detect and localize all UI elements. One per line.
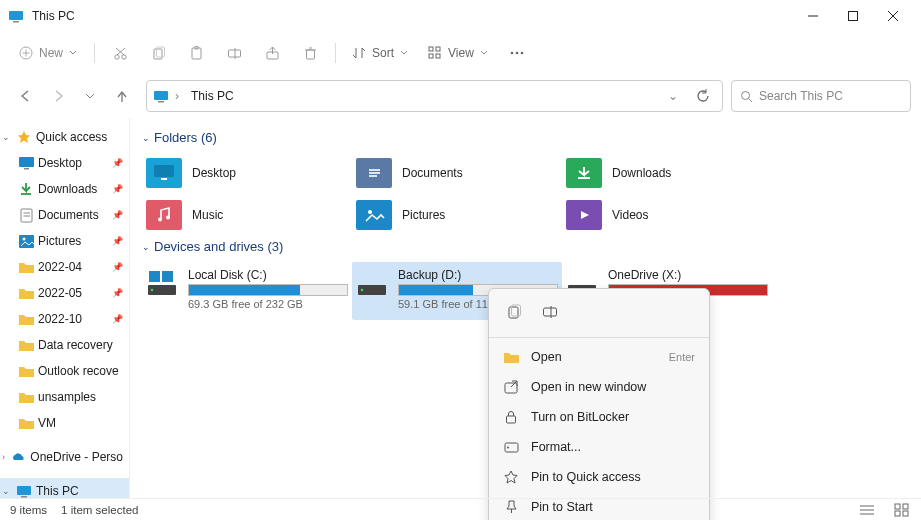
folder-label: Documents — [402, 166, 463, 180]
svg-rect-87 — [895, 511, 900, 516]
desktop-icon — [18, 155, 34, 171]
svg-rect-88 — [903, 511, 908, 516]
rename-button[interactable] — [217, 37, 251, 69]
context-menu: Open Enter Open in new window Turn on Bi… — [488, 288, 710, 520]
delete-button[interactable] — [293, 37, 327, 69]
svg-line-12 — [117, 48, 125, 55]
music-icon — [146, 200, 182, 230]
breadcrumb[interactable]: This PC — [191, 89, 662, 103]
rename-button[interactable] — [537, 299, 563, 325]
close-button[interactable] — [873, 2, 913, 30]
chevron-down-icon[interactable]: ⌄ — [2, 486, 12, 496]
svg-marker-35 — [18, 131, 30, 143]
ctx-format[interactable]: Format... — [489, 432, 709, 462]
sidebar-label: Outlook recove — [38, 364, 119, 378]
ctx-open[interactable]: Open Enter — [489, 342, 709, 372]
ctx-open-new-window[interactable]: Open in new window — [489, 372, 709, 402]
recent-button[interactable] — [74, 80, 106, 112]
search-box[interactable]: Search This PC — [731, 80, 911, 112]
sidebar-this-pc[interactable]: ⌄ This PC — [0, 478, 129, 498]
sidebar: ⌄ Quick access Desktop📌 Downloads📌 Docum… — [0, 118, 130, 498]
ctx-label: Turn on BitLocker — [531, 410, 695, 424]
folder-label: Music — [192, 208, 223, 222]
folder-icon — [18, 311, 34, 327]
sidebar-unsamples[interactable]: unsamples — [0, 384, 129, 410]
copy-button[interactable] — [501, 299, 527, 325]
svg-rect-31 — [154, 91, 168, 100]
sidebar-vm[interactable]: VM — [0, 410, 129, 436]
sidebar-pictures[interactable]: Pictures📌 — [0, 228, 129, 254]
chevron-down-icon — [480, 49, 488, 57]
svg-point-60 — [151, 289, 154, 292]
status-selected-count: 1 item selected — [61, 504, 138, 516]
sort-button[interactable]: Sort — [344, 37, 416, 69]
svg-rect-25 — [429, 54, 433, 58]
up-button[interactable] — [106, 80, 138, 112]
downloads-icon — [566, 158, 602, 188]
address-bar[interactable]: › This PC ⌄ — [146, 80, 723, 112]
svg-rect-74 — [505, 443, 518, 452]
sidebar-data-recovery[interactable]: Data recovery — [0, 332, 129, 358]
folders-section-header[interactable]: ⌄ Folders (6) — [142, 130, 909, 145]
folder-desktop[interactable]: Desktop — [142, 153, 352, 193]
share-button[interactable] — [255, 37, 289, 69]
videos-icon — [566, 200, 602, 230]
svg-rect-36 — [19, 157, 34, 167]
sort-label: Sort — [372, 46, 394, 60]
thumbnails-view-button[interactable] — [891, 501, 911, 519]
sidebar-2022-10[interactable]: 2022-10📌 — [0, 306, 129, 332]
svg-rect-1 — [13, 21, 19, 23]
more-button[interactable] — [500, 37, 534, 69]
svg-line-11 — [116, 48, 124, 55]
cut-button[interactable] — [103, 37, 137, 69]
search-icon — [740, 90, 753, 103]
sidebar-documents[interactable]: Documents📌 — [0, 202, 129, 228]
chevron-down-icon[interactable]: ⌄ — [2, 132, 12, 142]
folder-icon — [18, 415, 34, 431]
pictures-icon — [18, 233, 34, 249]
folder-music[interactable]: Music — [142, 195, 352, 235]
search-placeholder: Search This PC — [759, 89, 843, 103]
back-button[interactable] — [10, 80, 42, 112]
sidebar-quick-access[interactable]: ⌄ Quick access — [0, 124, 129, 150]
pin-icon: 📌 — [112, 184, 123, 194]
svg-point-9 — [114, 54, 118, 58]
open-new-window-icon — [503, 380, 519, 394]
sidebar-label: 2022-04 — [38, 260, 82, 274]
folder-downloads[interactable]: Downloads — [562, 153, 772, 193]
folder-videos[interactable]: Videos — [562, 195, 772, 235]
new-button[interactable]: New — [10, 38, 86, 68]
paste-button[interactable] — [179, 37, 213, 69]
svg-point-28 — [516, 52, 519, 55]
maximize-button[interactable] — [833, 2, 873, 30]
minimize-button[interactable] — [793, 2, 833, 30]
pictures-icon — [356, 200, 392, 230]
ctx-bitlocker[interactable]: Turn on BitLocker — [489, 402, 709, 432]
sidebar-2022-04[interactable]: 2022-04📌 — [0, 254, 129, 280]
chevron-right-icon[interactable]: › — [2, 452, 6, 462]
ctx-pin-quick-access[interactable]: Pin to Quick access — [489, 462, 709, 492]
sidebar-desktop[interactable]: Desktop📌 — [0, 150, 129, 176]
view-button[interactable]: View — [420, 37, 496, 69]
svg-rect-46 — [154, 165, 174, 177]
pin-icon: 📌 — [112, 158, 123, 168]
sidebar-outlook-recovery[interactable]: Outlook recove — [0, 358, 129, 384]
sidebar-onedrive[interactable]: › OneDrive - Perso — [0, 444, 129, 470]
drives-section-header[interactable]: ⌄ Devices and drives (3) — [142, 239, 909, 254]
forward-button[interactable] — [42, 80, 74, 112]
chevron-down-icon[interactable]: ⌄ — [668, 89, 678, 103]
lock-icon — [503, 410, 519, 424]
cloud-icon — [10, 449, 26, 465]
refresh-button[interactable] — [690, 89, 716, 103]
folder-pictures[interactable]: Pictures — [352, 195, 562, 235]
drive-c[interactable]: Local Disk (C:) 69.3 GB free of 232 GB — [142, 262, 352, 320]
sidebar-downloads[interactable]: Downloads📌 — [0, 176, 129, 202]
copy-button[interactable] — [141, 37, 175, 69]
sidebar-2022-05[interactable]: 2022-05📌 — [0, 280, 129, 306]
details-view-button[interactable] — [857, 501, 877, 519]
svg-rect-44 — [17, 486, 31, 495]
folder-documents[interactable]: Documents — [352, 153, 562, 193]
sidebar-label: This PC — [36, 484, 79, 498]
svg-rect-85 — [895, 504, 900, 509]
documents-icon — [356, 158, 392, 188]
